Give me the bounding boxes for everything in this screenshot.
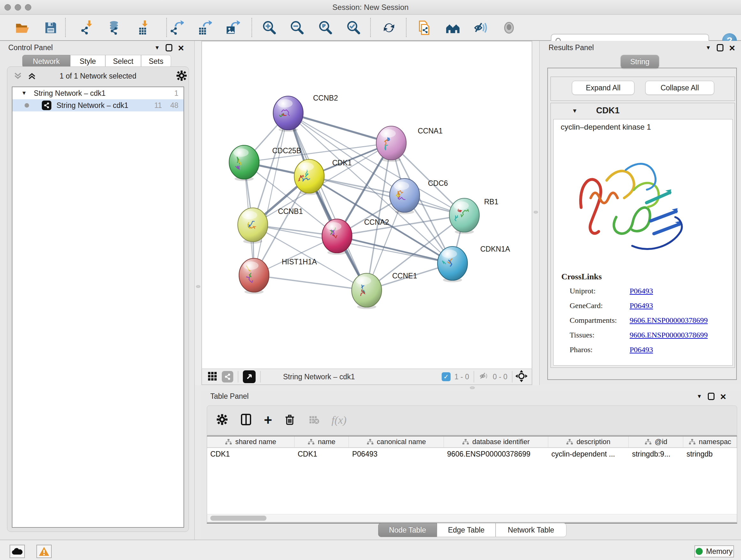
expand-all-button[interactable]: Expand All (572, 81, 634, 95)
delete-table-icon[interactable] (307, 413, 320, 427)
tab-node-table[interactable]: Node Table (378, 523, 437, 537)
network-badge-icon[interactable] (222, 371, 233, 382)
show-all-icon[interactable] (501, 20, 517, 36)
crosslink-genecard[interactable]: P06493 (630, 301, 653, 310)
cell-name[interactable]: CDK1 (294, 448, 349, 461)
fit-selected-crosshair-icon[interactable] (515, 370, 528, 384)
column-header-description[interactable]: description (548, 436, 629, 447)
table-panel-title: Table Panel (210, 392, 249, 401)
table-horizontal-scrollbar[interactable] (207, 514, 737, 522)
duplicate-network-icon[interactable] (416, 20, 432, 36)
crosslink-tissues[interactable]: 9606.ENSP00000378699 (630, 331, 708, 339)
export-network-icon[interactable] (169, 20, 185, 36)
vertical-splitter-left[interactable] (195, 41, 201, 391)
import-table-icon[interactable] (135, 20, 151, 36)
graph-node-CCNA1[interactable] (376, 126, 406, 162)
crosslink-uniprot[interactable]: P06493 (630, 287, 653, 295)
graph-node-CDK1[interactable] (294, 159, 324, 195)
cell-description[interactable]: cyclin-dependent ... (548, 448, 629, 461)
results-tab-string[interactable]: String (621, 55, 659, 68)
zoom-selected-icon[interactable] (346, 20, 361, 36)
graph-node-CCNA2[interactable] (322, 219, 352, 255)
table-options-gear-icon[interactable] (216, 414, 228, 427)
graph-node-HIST1H1A[interactable] (239, 258, 269, 294)
network-options-gear-icon[interactable] (176, 70, 187, 83)
cell-canonical-name[interactable]: P06493 (349, 448, 444, 461)
grid-view-icon[interactable] (206, 370, 218, 383)
panel-close-icon[interactable]: × (720, 393, 726, 400)
cell-shared-name[interactable]: CDK1 (207, 448, 294, 461)
crosslink-row: Uniprot: (569, 287, 596, 295)
selected-nodes-checkbox[interactable]: ✓ (442, 372, 451, 381)
cell--id[interactable]: stringdb:9... (629, 448, 683, 461)
graph-node-CDC6[interactable] (390, 179, 420, 214)
tab-style[interactable]: Style (70, 55, 105, 68)
first-neighbors-icon[interactable] (445, 20, 461, 36)
gene-collapse-icon[interactable]: ▼ (572, 108, 578, 114)
zoom-in-icon[interactable] (261, 20, 277, 36)
tab-network-table[interactable]: Network Table (495, 523, 566, 537)
window-title: Session: New Session (0, 3, 741, 12)
collapse-all-button[interactable]: Collapse All (645, 81, 714, 95)
network-status-dot (24, 103, 29, 108)
graph-node-CDKN1A[interactable] (437, 246, 468, 282)
graph-node-CCNB2[interactable] (273, 96, 303, 132)
crosslink-row: Tissues: (569, 331, 595, 339)
show-columns-icon[interactable] (240, 413, 253, 427)
table-row[interactable]: CDK1CDK1P064939606.ENSP00000378699cyclin… (207, 448, 737, 461)
graph-node-CCNE1[interactable] (352, 273, 382, 309)
vertical-splitter-right[interactable] (532, 41, 539, 385)
import-network-icon[interactable] (79, 20, 95, 36)
birds-eye-view-icon[interactable] (243, 370, 256, 383)
graph-node-CDC25B[interactable] (229, 145, 259, 181)
graph-node-CCNB1[interactable] (238, 208, 268, 244)
graph-node-RB1[interactable] (449, 198, 479, 234)
tab-select[interactable]: Select (105, 55, 141, 68)
tab-network[interactable]: Network (22, 55, 70, 68)
crosslink-row: Pharos: (569, 346, 593, 354)
column-header-name[interactable]: name (294, 436, 349, 447)
panel-menu-icon[interactable]: ▼ (705, 45, 711, 51)
network-canvas[interactable]: CCNB2CCNA1CDC25BCDK1CDC6RB1CCNB1CCNA2CDK… (201, 41, 532, 368)
hidden-items-icon[interactable] (479, 371, 489, 383)
cloud-icon[interactable] (10, 545, 25, 558)
hide-selected-icon[interactable] (473, 20, 489, 36)
network-row-selected[interactable]: String Network – cdk1 11 48 (12, 99, 184, 111)
column-header-canonical-name[interactable]: canonical name (349, 436, 444, 447)
export-table-icon[interactable] (197, 20, 212, 36)
panel-float-icon[interactable] (165, 44, 172, 51)
panel-float-icon[interactable] (717, 44, 724, 51)
column-header--id[interactable]: @id (629, 436, 683, 447)
function-builder-icon[interactable]: f(x) (332, 414, 347, 426)
cell-database-identifier[interactable]: 9606.ENSP00000378699 (444, 448, 548, 461)
crosslink-compartments[interactable]: 9606.ENSP00000378699 (630, 316, 708, 325)
network-graph[interactable]: CCNB2CCNA1CDC25BCDK1CDC6RB1CCNB1CCNA2CDK… (202, 42, 532, 368)
column-header-namespac[interactable]: namespac (683, 436, 737, 447)
refresh-icon[interactable] (381, 20, 397, 36)
panel-menu-icon[interactable]: ▼ (154, 45, 160, 51)
tab-sets[interactable]: Sets (141, 55, 171, 68)
horizontal-splitter[interactable] (195, 385, 741, 391)
crosslink-pharos[interactable]: P06493 (630, 346, 653, 354)
import-database-icon[interactable] (106, 20, 122, 36)
export-image-icon[interactable] (225, 20, 241, 36)
zoom-fit-icon[interactable] (318, 20, 333, 36)
panel-float-icon[interactable] (708, 393, 715, 400)
create-column-icon[interactable]: + (264, 414, 272, 427)
warning-icon[interactable] (37, 545, 52, 558)
panel-close-icon[interactable]: × (729, 44, 735, 51)
scrollbar-thumb[interactable] (210, 516, 266, 521)
network-collection-row[interactable]: ▼ String Network – cdk1 1 (12, 87, 184, 99)
collection-expand-icon[interactable]: ▼ (21, 90, 27, 97)
open-session-icon[interactable] (14, 20, 30, 36)
tab-edge-table[interactable]: Edge Table (437, 523, 495, 537)
panel-close-icon[interactable]: × (178, 44, 184, 51)
zoom-out-icon[interactable] (289, 20, 305, 36)
cell-namespac[interactable]: stringdb (683, 448, 737, 461)
save-session-icon[interactable] (43, 20, 59, 36)
column-header-database-identifier[interactable]: database identifier (444, 436, 548, 447)
delete-column-icon[interactable] (284, 414, 296, 427)
memory-button[interactable]: Memory (694, 545, 734, 557)
column-header-shared-name[interactable]: shared name (207, 436, 294, 447)
panel-menu-icon[interactable]: ▼ (697, 393, 702, 400)
